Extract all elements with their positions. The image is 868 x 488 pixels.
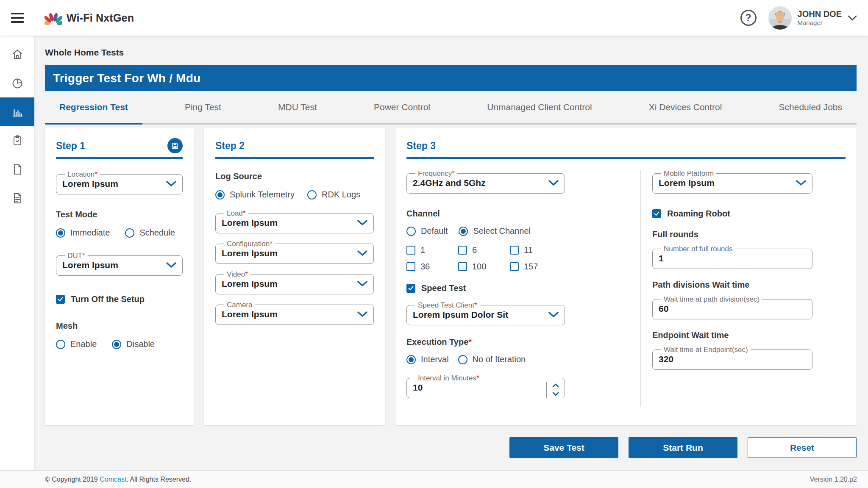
chevron-down-icon [848,15,857,21]
reset-button[interactable]: Reset [748,437,857,458]
stepper-up-button[interactable] [547,382,565,390]
page-title: Trigger Test For Wh / Mdu [53,72,200,85]
test-mode-label: Test Mode [56,210,183,219]
step1-divider [56,157,183,159]
chevron-down-icon [357,311,367,317]
radio-default-channel[interactable]: Default [406,226,448,236]
checkbox-channel-157[interactable]: 157 [510,262,562,272]
number-stepper [546,382,565,398]
app-logo: Wi-Fi NxtGen [45,9,134,26]
tab-bar: Regression Test Ping Test MDU Test Power… [45,91,857,125]
full-rounds-label: Full rounds [652,230,846,239]
checkbox-channel-1[interactable]: 1 [406,245,458,255]
hamburger-menu-button[interactable] [0,13,34,23]
checkbox-speed-test[interactable]: Speed Test [406,283,640,293]
video-dropdown[interactable]: Video* Lorem Ipsum [215,271,374,294]
sidebar-item-home[interactable] [0,40,34,69]
tab-power-control[interactable]: Power Control [359,91,445,123]
pie-chart-icon [11,77,24,89]
comcast-link[interactable]: Comcast [100,476,126,483]
tab-unmanaged-client-control[interactable]: Unmanaged Client Control [473,91,606,123]
speed-test-client-dropdown[interactable]: Speed Test Client* Lorem Ipsum Dolor Sit [406,302,565,325]
step3-panel: Step 3 Frequency* 2.4GHz and 5Ghz [395,128,857,425]
radio-enable[interactable]: Enable [56,339,97,349]
load-dropdown[interactable]: Load* Lorem Ipsum [215,210,374,233]
chevron-down-icon [357,281,367,287]
app-title: Wi-Fi NxtGen [67,12,134,24]
start-run-button[interactable]: Start Run [629,437,737,458]
tab-regression-test[interactable]: Regression Test [45,91,142,123]
user-menu[interactable]: JOHN DOE Manager [768,6,857,30]
step3-divider [406,157,846,159]
radio-rdk-logs[interactable]: RDK Logs [307,190,360,200]
log-source-label: Log Source [215,172,374,181]
step2-panel: Step 2 Log Source Splunk Telemetry RDK L… [204,128,385,425]
chevron-down-icon [166,262,176,268]
help-button[interactable]: ? [740,10,757,26]
version-label: Version 1.20.p2 [810,476,857,483]
chevron-down-icon [552,392,559,396]
channel-checkbox-row-2: 36 100 157 [406,262,640,272]
radio-no-of-iteration[interactable]: No of Iteration [458,355,526,364]
test-mode-options: Immediate Schedule [56,228,183,238]
dut-value: Lorem Ipsum [62,260,118,270]
breadcrumb: Whole Home Tests [45,47,857,58]
sidebar-item-documents[interactable] [0,155,34,184]
tab-scheduled-jobs[interactable]: Scheduled Jobs [765,91,857,123]
step1-panel: Step 1 Location* Lor [45,128,194,425]
app-root: Wi-Fi NxtGen ? [0,0,868,488]
wizard-panels: Step 1 Location* Lor [45,128,857,425]
radio-disable[interactable]: Disable [112,339,155,349]
clipboard-check-icon [11,134,24,147]
check-icon [654,211,659,216]
save-icon [171,142,179,150]
radio-immediate[interactable]: Immediate [56,228,110,238]
checkbox-channel-11[interactable]: 11 [510,245,562,255]
channel-checkbox-row-1: 1 6 11 [406,245,640,255]
path-division-wait-input[interactable]: Wait time at path division(sec) 60 [652,296,812,319]
stepper-down-button[interactable] [547,390,565,398]
checkbox-channel-6[interactable]: 6 [458,245,510,255]
mesh-label: Mesh [56,321,183,331]
checkbox-channel-36[interactable]: 36 [406,262,458,272]
copyright-text: © Copyright 2019 Comcast. All Rights Res… [45,476,191,483]
sidebar-item-results[interactable] [0,126,34,155]
checkbox-channel-100[interactable]: 100 [458,262,510,272]
interval-minutes-input[interactable]: Interval in Minutes* 10 [406,374,565,398]
endpoint-wait-label: Endpoint Wait time [652,330,846,340]
endpoint-wait-input[interactable]: Wait time at Endpoint(sec) 320 [652,346,812,370]
full-rounds-input[interactable]: Number of full rounds 1 [652,245,812,269]
bar-chart-icon [11,105,24,118]
sidebar-item-dashboard[interactable] [0,69,34,97]
frequency-dropdown[interactable]: Frequency* 2.4GHz and 5Ghz [406,170,565,194]
user-name: JOHN DOE [798,9,842,19]
radio-interval[interactable]: Interval [406,355,449,364]
mesh-options: Enable Disable [56,339,183,349]
save-test-button[interactable]: Save Test [509,437,618,458]
tab-ping-test[interactable]: Ping Test [170,91,236,123]
chevron-down-icon [548,312,559,318]
radio-select-channel[interactable]: Select Channel [459,226,531,236]
copyright-icon: © [45,476,50,483]
location-dropdown[interactable]: Location* Lorem Ipsum [56,171,183,194]
dut-dropdown[interactable]: DUT* Lorem Ipsum [56,252,183,276]
save-step-button[interactable] [167,138,183,153]
radio-splunk-telemetry[interactable]: Splunk Telemetry [215,190,295,200]
tab-xi-devices-control[interactable]: Xi Devices Control [634,91,737,123]
camera-dropdown[interactable]: Camera Lorem Ipsum [215,301,374,325]
mobile-platform-dropdown[interactable]: Mobile Platform Lorem Ipsum [652,170,812,194]
sidebar-nav [0,36,34,470]
radio-schedule[interactable]: Schedule [125,228,175,238]
sidebar-item-reports[interactable] [0,184,34,213]
tab-mdu-test[interactable]: MDU Test [264,91,331,123]
configuration-dropdown[interactable]: Configuration* Lorem Ipsum [215,240,374,264]
checkbox-turn-off-setup[interactable]: Turn Off the Setup [56,294,183,304]
step3-right-column: Mobile Platform Lorem Ipsum [641,170,846,407]
step3-left-column: Frequency* 2.4GHz and 5Ghz Channel [406,170,640,407]
top-header: Wi-Fi NxtGen ? [0,0,868,36]
main-content: Whole Home Tests Trigger Test For Wh / M… [34,36,868,470]
sidebar-item-tests[interactable] [0,97,34,126]
action-button-row: Save Test Start Run Reset [45,437,857,458]
checkbox-roaming-robot[interactable]: Roaming Robot [652,209,846,219]
report-icon [11,192,24,205]
